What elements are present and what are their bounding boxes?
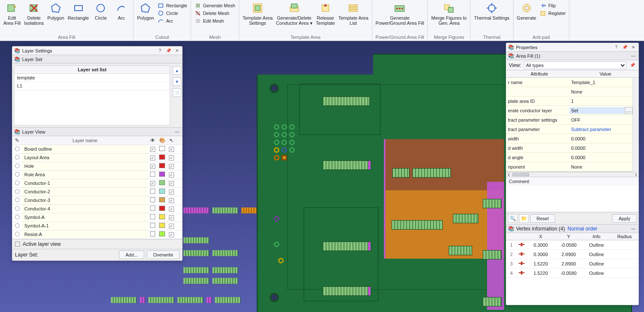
- property-row[interactable]: tract parameter settingsOFF: [506, 115, 632, 125]
- generate-pg-area-fill[interactable]: Generate Power/Ground Area Fill: [375, 1, 425, 26]
- merge-figures-to-gen-area[interactable]: Merge Figures to Gen. Area: [430, 1, 467, 26]
- layer-radio[interactable]: [15, 223, 20, 228]
- vertex-row[interactable]: 10.3000-0.0580Outline: [506, 240, 638, 250]
- layer-radio[interactable]: [15, 215, 20, 219]
- generate-delete-conductor-area[interactable]: Generate/Delete Conductor Area ▾: [275, 1, 313, 26]
- select-checkbox[interactable]: [169, 190, 174, 195]
- visible-checkbox[interactable]: [150, 231, 155, 236]
- visible-checkbox[interactable]: [150, 155, 155, 160]
- view-select[interactable]: All types: [524, 61, 627, 69]
- visible-checkbox[interactable]: [150, 214, 155, 219]
- edit-mesh[interactable]: Edit Mesh: [194, 17, 236, 25]
- property-row[interactable]: nponentNone: [506, 162, 632, 172]
- property-row[interactable]: r nameTemplate_1: [506, 78, 632, 87]
- property-row[interactable]: width0.0000: [506, 134, 632, 143]
- arc[interactable]: Arc: [112, 1, 131, 20]
- add-button[interactable]: Add...: [119, 251, 144, 259]
- layer-radio[interactable]: [15, 198, 20, 202]
- prop-value[interactable]: Subtract parameter: [569, 127, 632, 132]
- antipad-generate[interactable]: Generate: [516, 1, 537, 20]
- move-down-button[interactable]: ▼: [173, 77, 181, 86]
- close-icon[interactable]: ✕: [174, 47, 180, 54]
- reset-button[interactable]: Reset: [530, 214, 555, 223]
- layer-row[interactable]: Symbol-A-1: [12, 222, 182, 230]
- layer-set-row[interactable]: template: [15, 74, 170, 82]
- layer-row[interactable]: Resist-A: [12, 230, 182, 239]
- rectangle[interactable]: Rectangle: [67, 1, 90, 20]
- layer-row[interactable]: Conductor-1: [12, 179, 182, 187]
- select-checkbox[interactable]: [169, 172, 174, 178]
- overwrite-button[interactable]: Overwrite: [147, 251, 180, 259]
- edit-area-fill[interactable]: Edit Area Fill: [3, 1, 21, 26]
- color-swatch[interactable]: [159, 231, 165, 236]
- h-scrollbar[interactable]: ‹ ›: [506, 172, 638, 177]
- polygon[interactable]: Polygon: [46, 1, 65, 20]
- property-row[interactable]: None: [506, 87, 632, 96]
- color-swatch[interactable]: [159, 189, 165, 194]
- layer-radio[interactable]: [15, 206, 20, 211]
- layer-row[interactable]: Rule Area: [12, 170, 182, 179]
- select-checkbox[interactable]: [169, 181, 174, 186]
- select-checkbox[interactable]: [169, 147, 174, 152]
- vertex-row[interactable]: 20.30002.8900Outline: [506, 250, 638, 259]
- layer-radio[interactable]: [15, 155, 20, 160]
- select-checkbox[interactable]: [169, 207, 174, 212]
- layer-set-list[interactable]: Layer set list templateL1: [14, 65, 170, 125]
- select-checkbox[interactable]: [169, 224, 174, 229]
- visible-checkbox[interactable]: [150, 172, 155, 177]
- property-row[interactable]: d angle0.0000: [506, 153, 632, 162]
- select-checkbox[interactable]: [169, 155, 174, 160]
- select-checkbox[interactable]: [169, 232, 174, 237]
- color-swatch[interactable]: [159, 197, 165, 202]
- property-row[interactable]: d width0.0000: [506, 143, 632, 153]
- minimize-icon[interactable]: —: [174, 128, 180, 135]
- color-swatch[interactable]: [159, 163, 165, 168]
- visible-checkbox[interactable]: [150, 189, 155, 194]
- apply-button[interactable]: Apply: [612, 214, 637, 223]
- property-row[interactable]: plate area ID1: [506, 96, 632, 106]
- help-icon[interactable]: ?: [157, 47, 163, 54]
- layer-set-row[interactable]: L1: [15, 82, 170, 90]
- layer-row[interactable]: Board outline: [12, 145, 182, 153]
- comment-textarea[interactable]: [506, 186, 638, 211]
- layer-radio[interactable]: [15, 189, 20, 194]
- pin-view-icon[interactable]: 📌: [629, 62, 636, 69]
- prop-value[interactable]: 1: [569, 99, 632, 104]
- color-swatch[interactable]: [159, 146, 165, 151]
- circle[interactable]: Circle: [91, 1, 110, 20]
- layer-radio[interactable]: [15, 172, 20, 177]
- delete-isolations[interactable]: Delete Isolations: [23, 1, 44, 26]
- visible-checkbox[interactable]: [150, 223, 155, 228]
- visible-checkbox[interactable]: [150, 197, 155, 202]
- cutout-rectangle[interactable]: Rectangle: [157, 2, 188, 9]
- layer-row[interactable]: Hole: [12, 162, 182, 170]
- property-row[interactable]: erate conductor layerSet…: [506, 106, 632, 115]
- layer-row[interactable]: Symbol-A: [12, 213, 182, 222]
- antipad-flip[interactable]: Flip: [539, 2, 566, 9]
- close-icon[interactable]: ✕: [630, 44, 637, 51]
- ellipsis-button[interactable]: …: [625, 107, 632, 114]
- generate-mesh[interactable]: Generate Mesh: [194, 2, 236, 9]
- property-row[interactable]: tract parameterSubtract parameter: [506, 125, 632, 134]
- prop-value[interactable]: Template_1: [569, 80, 632, 85]
- prop-value[interactable]: None: [569, 89, 632, 94]
- pin-icon[interactable]: 📌: [621, 44, 628, 51]
- move-up-button[interactable]: ▲: [173, 66, 181, 75]
- layer-row[interactable]: Conductor-4: [12, 204, 182, 213]
- select-checkbox[interactable]: [169, 215, 174, 220]
- layer-row[interactable]: Conductor-2: [12, 187, 182, 196]
- color-swatch[interactable]: [159, 223, 165, 228]
- layer-radio[interactable]: [15, 181, 20, 185]
- antipad-register[interactable]: Register: [539, 9, 566, 17]
- color-swatch[interactable]: [159, 180, 165, 185]
- layer-radio[interactable]: [15, 163, 20, 168]
- template-area-settings[interactable]: Template Area Settings: [242, 1, 273, 26]
- prop-value[interactable]: 0.0000: [569, 146, 632, 151]
- minimize-icon[interactable]: —: [630, 52, 637, 59]
- active-layer-checkbox[interactable]: [15, 242, 20, 247]
- minimize-icon[interactable]: —: [630, 225, 637, 232]
- layer-row[interactable]: Layout Area: [12, 153, 182, 162]
- pin-icon[interactable]: 📌: [165, 47, 172, 54]
- zoom-icon[interactable]: 🔍: [508, 214, 517, 223]
- color-swatch[interactable]: [159, 155, 165, 160]
